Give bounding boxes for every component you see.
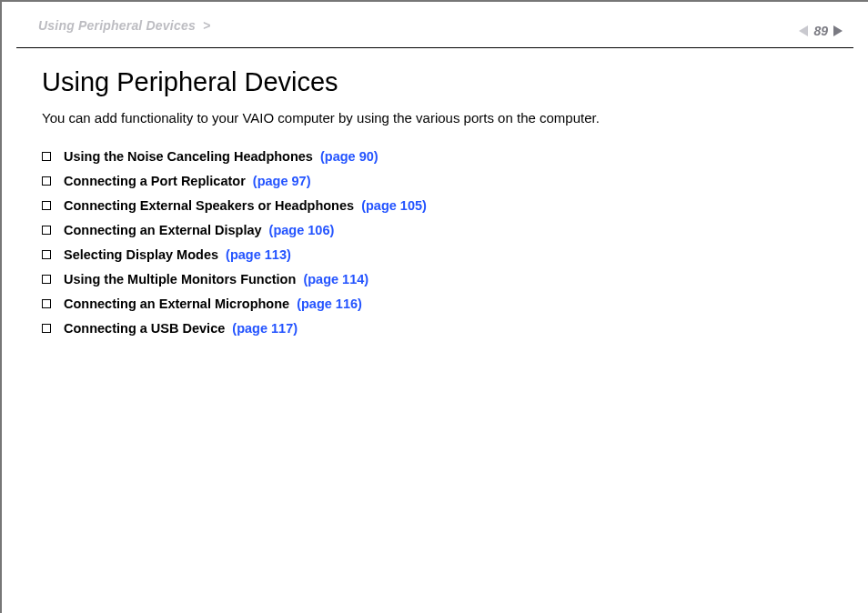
toc-item: Connecting a Port Replicator (page 97) [42, 174, 828, 188]
square-bullet-icon [42, 250, 51, 259]
toc-label: Using the Multiple Monitors Function [64, 272, 296, 286]
breadcrumb-title: Using Peripheral Devices [38, 18, 196, 33]
toc-item: Connecting a USB Device (page 117) [42, 321, 828, 336]
toc-label: Connecting a USB Device [64, 321, 225, 336]
toc-item: Selecting Display Modes (page 113) [42, 247, 828, 262]
toc-item: Connecting an External Microphone (page … [42, 296, 828, 311]
square-bullet-icon [42, 275, 51, 284]
toc-page-link[interactable]: (page 105) [361, 198, 427, 213]
toc-page-link[interactable]: (page 116) [297, 296, 362, 311]
header-rule [16, 47, 853, 48]
page-title: Using Peripheral Devices [42, 68, 828, 97]
intro-text: You can add functionality to your VAIO c… [42, 110, 828, 126]
square-bullet-icon [42, 299, 51, 308]
toc-page-link[interactable]: (page 114) [303, 272, 368, 286]
page-content: Using Peripheral Devices You can add fun… [2, 68, 868, 336]
toc-label: Connecting External Speakers or Headphon… [64, 198, 354, 213]
square-bullet-icon [42, 226, 51, 235]
toc-page-link[interactable]: (page 117) [232, 321, 298, 336]
page-number: 89 [813, 24, 828, 38]
toc-item: Connecting External Speakers or Headphon… [42, 198, 828, 213]
toc-list: Using the Noise Canceling Headphones (pa… [42, 149, 828, 336]
breadcrumb-separator: > [203, 18, 210, 33]
toc-item: Connecting an External Display (page 106… [42, 223, 828, 237]
toc-page-link[interactable]: (page 113) [226, 247, 291, 262]
pager: 89 [799, 24, 843, 38]
toc-label: Connecting a Port Replicator [64, 174, 246, 188]
toc-label: Connecting an External Microphone [64, 296, 289, 311]
toc-page-link[interactable]: (page 97) [253, 174, 311, 188]
toc-label: Connecting an External Display [64, 223, 262, 237]
square-bullet-icon [42, 201, 51, 210]
prev-page-icon[interactable] [799, 25, 808, 36]
square-bullet-icon [42, 324, 51, 333]
toc-page-link[interactable]: (page 106) [269, 223, 335, 237]
square-bullet-icon [42, 152, 51, 161]
breadcrumb: Using Peripheral Devices > [38, 18, 210, 33]
toc-label: Using the Noise Canceling Headphones [64, 149, 313, 164]
toc-label: Selecting Display Modes [64, 247, 218, 262]
toc-item: Using the Noise Canceling Headphones (pa… [42, 149, 828, 164]
next-page-icon[interactable] [833, 25, 843, 36]
header-bar: Using Peripheral Devices > 89 [2, 2, 868, 47]
square-bullet-icon [42, 176, 51, 186]
toc-item: Using the Multiple Monitors Function (pa… [42, 272, 828, 286]
toc-page-link[interactable]: (page 90) [320, 149, 378, 164]
